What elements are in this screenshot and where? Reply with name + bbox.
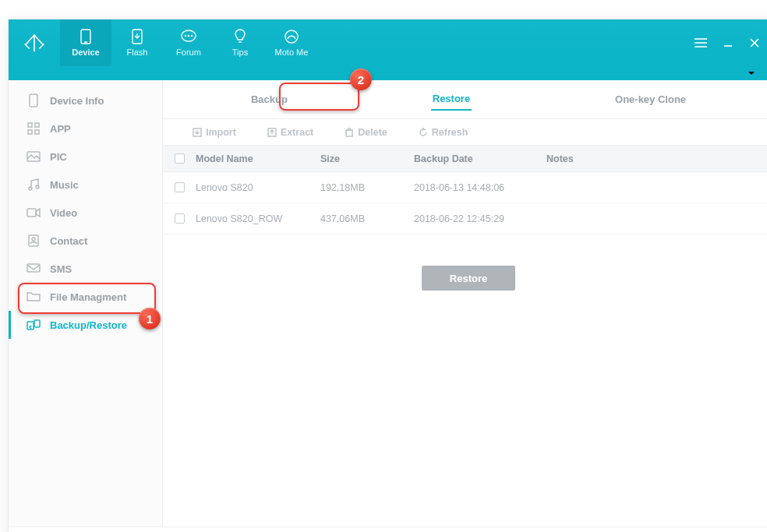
delete-button[interactable]: Delete (345, 127, 387, 138)
svg-point-24 (29, 187, 32, 190)
sidebar-item-pic[interactable]: PIC (9, 143, 162, 171)
row-checkbox[interactable] (175, 182, 185, 192)
svg-rect-18 (30, 94, 37, 107)
svg-rect-26 (27, 209, 36, 217)
svg-rect-35 (346, 130, 352, 136)
download-icon[interactable] (746, 67, 757, 80)
sidebar-item-label: Contact (50, 235, 87, 247)
nav-flash[interactable]: Flash (111, 19, 163, 66)
cell-size: 192,18MB (320, 182, 414, 193)
motome-icon (284, 29, 299, 44)
col-model: Model Name (196, 153, 320, 164)
svg-point-5 (186, 36, 186, 37)
nav-tips[interactable]: Tips (214, 19, 266, 66)
svg-point-9 (285, 30, 298, 43)
sidebar-item-label: SMS (50, 263, 72, 275)
sidebar-item-contact[interactable]: Contact (9, 227, 162, 255)
sidebar-item-app[interactable]: APP (9, 115, 162, 143)
tab-backup[interactable]: Backup (249, 89, 289, 110)
nav-label: Flash (127, 48, 148, 57)
minimize-button[interactable] (723, 37, 733, 48)
nav-forum[interactable]: Forum (163, 19, 214, 66)
cell-model: Lenovo S820_ROW (196, 213, 320, 224)
svg-point-29 (32, 238, 35, 241)
svg-rect-21 (28, 130, 32, 134)
close-button[interactable] (749, 37, 760, 48)
nav-device[interactable]: Device (60, 19, 111, 66)
refresh-button[interactable]: Refresh (419, 127, 468, 138)
sidebar-item-device-info[interactable]: Device Info (9, 86, 162, 115)
bulb-icon (234, 29, 246, 44)
cell-date: 2018-06-13 14:48:06 (414, 182, 546, 193)
svg-rect-30 (27, 264, 40, 272)
app-window: Device Flash Forum Tips Moto Me (8, 19, 767, 532)
phone-icon (27, 93, 41, 107)
cell-date: 2018-06-22 12:45:29 (414, 213, 546, 224)
nav-label: Tips (232, 48, 248, 57)
cell-size: 437,06MB (320, 213, 414, 224)
menu-button[interactable] (695, 38, 707, 48)
contact-icon (27, 234, 41, 247)
tab-onekey-clone[interactable]: One-key Clone (613, 89, 687, 110)
nav-label: Forum (176, 48, 201, 57)
sidebar-item-label: File Managment (50, 291, 126, 303)
flash-icon (132, 29, 143, 44)
svg-point-6 (189, 36, 189, 37)
nav-label: Device (72, 48, 99, 57)
svg-rect-32 (34, 320, 40, 327)
status-bar: Lenovo S820_ROW Lenovo Moto Smart Assist… (9, 527, 767, 532)
image-icon (27, 151, 41, 162)
video-icon (27, 208, 41, 217)
window-controls (695, 19, 767, 66)
sidebar-item-label: Music (50, 179, 79, 191)
topbar: Device Flash Forum Tips Moto Me (9, 19, 767, 66)
cell-model: Lenovo S820 (196, 182, 320, 193)
content-tabs: Backup Restore One-key Clone (163, 80, 767, 119)
svg-rect-20 (35, 123, 39, 127)
select-all-checkbox[interactable] (175, 153, 185, 164)
svg-point-7 (192, 36, 193, 37)
backup-icon (27, 319, 41, 330)
import-button[interactable]: Import (193, 127, 236, 138)
sidebar-item-label: Backup/Restore (50, 319, 127, 331)
nav-motome[interactable]: Moto Me (266, 19, 317, 66)
sidebar-item-backup-restore[interactable]: Backup/Restore (9, 311, 162, 339)
nav-label: Moto Me (275, 48, 309, 57)
sidebar-item-files[interactable]: File Managment (9, 283, 162, 311)
folder-icon (27, 291, 41, 302)
sms-icon (27, 263, 41, 274)
sidebar-item-label: APP (50, 123, 71, 135)
tab-restore[interactable]: Restore (431, 88, 472, 111)
sidebar-item-video[interactable]: Video (9, 199, 162, 227)
sidebar-item-label: PIC (50, 151, 67, 163)
chat-icon (180, 29, 197, 44)
extract-button[interactable]: Extract (267, 127, 313, 138)
col-notes: Notes (546, 153, 767, 164)
col-date: Backup Date (414, 153, 546, 164)
sidebar: Device Info APP PIC Music Video Contact (9, 80, 163, 527)
sidebar-item-music[interactable]: Music (9, 171, 162, 199)
svg-rect-22 (35, 130, 39, 134)
svg-rect-19 (28, 123, 32, 127)
restore-button[interactable]: Restore (422, 266, 515, 291)
download-row (9, 66, 767, 80)
row-checkbox[interactable] (175, 213, 185, 224)
table-header: Model Name Size Backup Date Notes (163, 146, 767, 172)
music-icon (27, 178, 41, 191)
table-row[interactable]: Lenovo S820 192,18MB 2018-06-13 14:48:06 (163, 172, 767, 203)
table-row[interactable]: Lenovo S820_ROW 437,06MB 2018-06-22 12:4… (163, 203, 767, 234)
sidebar-item-label: Device Info (50, 95, 104, 107)
sidebar-item-label: Video (50, 207, 77, 219)
sidebar-item-sms[interactable]: SMS (9, 255, 162, 283)
svg-point-25 (36, 185, 39, 188)
content-area: Backup Restore One-key Clone Import Extr… (163, 80, 767, 527)
app-logo (9, 19, 60, 66)
grid-icon (27, 122, 41, 135)
top-nav: Device Flash Forum Tips Moto Me (60, 19, 317, 66)
col-size: Size (320, 153, 414, 164)
content-toolbar: Import Extract Delete Refresh (163, 119, 767, 146)
phone-icon (80, 29, 91, 44)
